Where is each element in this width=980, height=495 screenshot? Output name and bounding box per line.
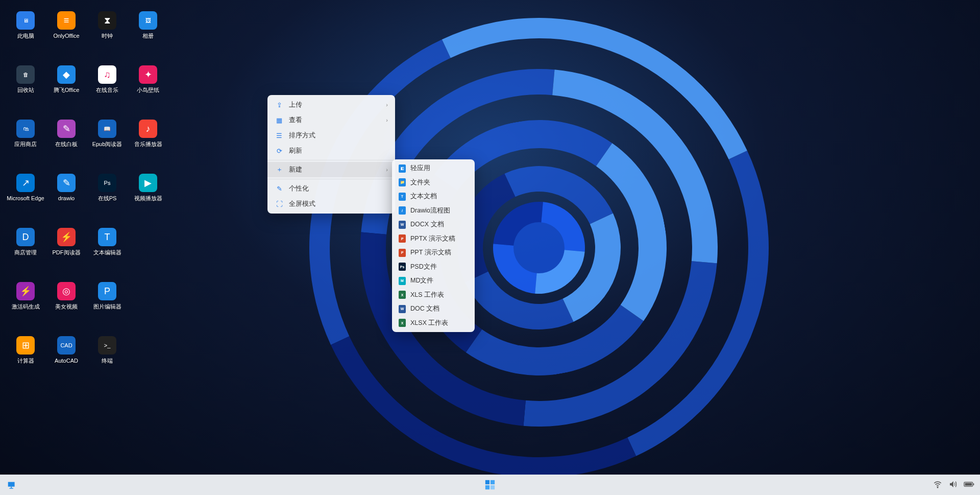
chevron-right-icon: › xyxy=(386,167,388,173)
desktop-icon-label: 计算器 xyxy=(17,358,34,364)
app-icon: CAD xyxy=(57,336,76,355)
desktop-icon[interactable]: ✎在线白板 xyxy=(46,117,87,172)
desktop-icon[interactable]: ✦小鸟壁纸 xyxy=(128,63,168,117)
desktop-icon-label: 音乐播放器 xyxy=(134,141,162,148)
app-icon: 🛍 xyxy=(16,120,35,138)
submenu-item[interactable]: ◧轻应用 xyxy=(392,161,475,176)
taskbar-left-icon[interactable] xyxy=(5,478,19,492)
svg-rect-2 xyxy=(10,488,13,488)
app-icon: ✦ xyxy=(139,65,157,84)
svg-rect-0 xyxy=(8,482,15,487)
system-tray xyxy=(933,480,975,490)
desktop-icon[interactable]: ⚡PDF阅读器 xyxy=(46,226,87,280)
desktop-icon[interactable]: ≡OnlyOffice xyxy=(46,9,87,63)
desktop-icon[interactable]: 🗑回收站 xyxy=(5,63,46,117)
menu-separator xyxy=(267,160,395,160)
context-menu-item-label: 新建 xyxy=(289,165,386,174)
context-menu-item[interactable]: ⇪上传› xyxy=(267,97,395,112)
submenu-item[interactable]: 📁文件夹 xyxy=(392,176,475,190)
desktop-icon[interactable]: ◎美女视频 xyxy=(46,280,87,334)
desktop-icon[interactable]: ♪音乐播放器 xyxy=(128,117,168,172)
submenu-item[interactable]: XXLSX 工作表 xyxy=(392,316,475,331)
desktop-icon[interactable]: ⊞计算器 xyxy=(5,334,46,388)
chevron-right-icon: › xyxy=(386,102,388,108)
submenu-item[interactable]: WDOCX 文档 xyxy=(392,218,475,232)
submenu-item[interactable]: WDOC 文档 xyxy=(392,302,475,316)
app-icon: ≡ xyxy=(57,11,76,30)
submenu-item-label: 文件夹 xyxy=(410,178,469,187)
sound-icon[interactable] xyxy=(948,480,958,490)
submenu-item-label: 轻应用 xyxy=(410,164,469,173)
desktop-icon[interactable]: ✎drawio xyxy=(46,172,87,226)
app-icon: ↗ xyxy=(16,174,35,192)
desktop-icon-label: 在线音乐 xyxy=(96,87,118,93)
desktop-icon[interactable]: D商店管理 xyxy=(5,226,46,280)
battery-icon[interactable] xyxy=(964,480,975,490)
desktop-icon[interactable]: >_终端 xyxy=(87,334,128,388)
desktop-icon[interactable]: ↗Microsoft Edge xyxy=(5,172,46,226)
desktop-icon-label: 图片编辑器 xyxy=(93,303,121,310)
file-type-icon: M xyxy=(398,277,406,285)
context-menu-item[interactable]: ⟳刷新 xyxy=(267,143,395,158)
context-submenu-new: ◧轻应用📁文件夹T文本文档/Drawio流程图WDOCX 文档PPPTX 演示文… xyxy=(392,159,475,332)
desktop-icon-label: Microsoft Edge xyxy=(7,195,44,202)
app-icon: ⚡ xyxy=(57,228,76,246)
desktop-icon-label: Epub阅读器 xyxy=(92,141,122,148)
submenu-item[interactable]: /Drawio流程图 xyxy=(392,204,475,218)
desktop-icon[interactable]: ⧗时钟 xyxy=(87,9,128,63)
desktop-icon[interactable]: ▶视频播放器 xyxy=(128,172,168,226)
submenu-item-label: Drawio流程图 xyxy=(410,206,469,215)
start-button[interactable] xyxy=(483,478,497,492)
submenu-item[interactable]: T文本文档 xyxy=(392,190,475,204)
file-type-icon: W xyxy=(398,305,406,313)
upload-icon: ⇪ xyxy=(275,100,284,109)
file-type-icon: T xyxy=(398,193,406,201)
context-menu-item[interactable]: ＋新建› xyxy=(267,162,395,177)
desktop-icon-label: 商店管理 xyxy=(14,249,37,256)
context-menu-item[interactable]: ☰排序方式 xyxy=(267,128,395,143)
context-menu-item[interactable]: ⛶全屏模式 xyxy=(267,196,395,211)
context-menu-item[interactable]: ✎个性化 xyxy=(267,181,395,196)
desktop-icon-label: 应用商店 xyxy=(14,141,37,148)
desktop-icon[interactable]: ⚡激活码生成 xyxy=(5,280,46,334)
app-icon: >_ xyxy=(98,336,116,355)
desktop-icon-label: 文本编辑器 xyxy=(93,249,121,256)
desktop-icon[interactable]: P图片编辑器 xyxy=(87,280,128,334)
app-icon: 🗑 xyxy=(16,65,35,84)
context-menu-item[interactable]: ▦查看› xyxy=(267,112,395,128)
desktop-icon-label: 在线白板 xyxy=(55,141,78,148)
submenu-item-label: 文本文档 xyxy=(410,192,469,201)
file-type-icon: P xyxy=(398,249,406,257)
app-icon: D xyxy=(16,228,35,246)
submenu-item[interactable]: XXLS 工作表 xyxy=(392,288,475,302)
submenu-item[interactable]: PPPT 演示文稿 xyxy=(392,246,475,260)
app-icon: ⚡ xyxy=(16,282,35,300)
file-type-icon: ◧ xyxy=(398,164,406,173)
desktop-icon[interactable]: 🖼相册 xyxy=(128,9,168,63)
svg-rect-3 xyxy=(485,480,489,484)
desktop-icon[interactable]: 🖥此电脑 xyxy=(5,9,46,63)
desktop-icon[interactable]: ♫在线音乐 xyxy=(87,63,128,117)
file-type-icon: 📁 xyxy=(398,178,406,186)
submenu-item[interactable]: PPPTX 演示文稿 xyxy=(392,232,475,246)
desktop-icon[interactable]: CADAutoCAD xyxy=(46,334,87,388)
desktop-icon[interactable]: 📖Epub阅读器 xyxy=(87,117,128,172)
submenu-item-label: PPTX 演示文稿 xyxy=(410,234,469,243)
taskbar xyxy=(0,475,980,495)
app-icon: ✎ xyxy=(57,174,76,192)
desktop-icon[interactable]: T文本编辑器 xyxy=(87,226,128,280)
desktop-icon[interactable]: ◆腾飞Office xyxy=(46,63,87,117)
submenu-item[interactable]: MMD文件 xyxy=(392,274,475,288)
submenu-item[interactable]: PsPSD文件 xyxy=(392,260,475,274)
context-menu-item-label: 排序方式 xyxy=(289,131,388,140)
submenu-item-label: DOCX 文档 xyxy=(410,220,469,229)
desktop[interactable]: 🖥此电脑≡OnlyOffice⧗时钟🖼相册🗑回收站◆腾飞Office♫在线音乐✦… xyxy=(0,0,980,475)
view-icon: ▦ xyxy=(275,115,284,125)
refresh-icon: ⟳ xyxy=(275,146,284,155)
file-type-icon: P xyxy=(398,234,406,243)
wifi-icon[interactable] xyxy=(933,480,942,490)
app-icon: 🖼 xyxy=(139,11,157,30)
desktop-icon-label: 美女视频 xyxy=(55,303,78,310)
desktop-icon[interactable]: 🛍应用商店 xyxy=(5,117,46,172)
desktop-icon[interactable]: Ps在线PS xyxy=(87,172,128,226)
